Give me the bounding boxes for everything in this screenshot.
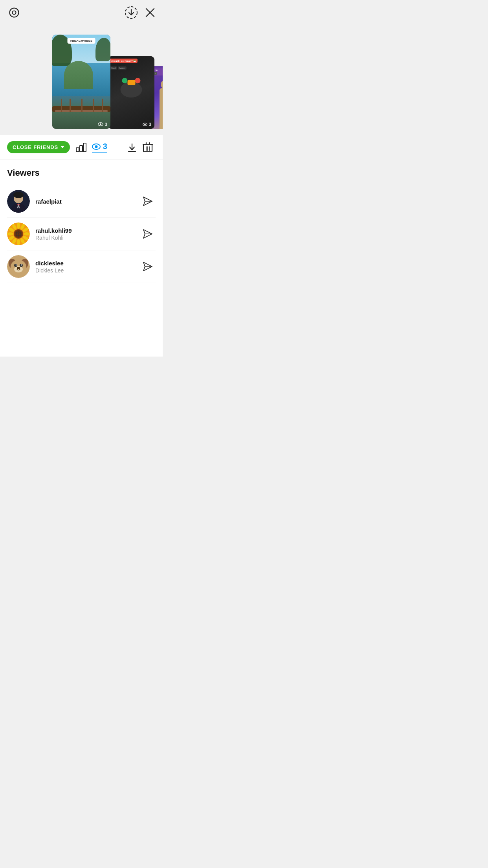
- svg-point-52: [20, 232, 21, 233]
- send-message-rafaelpiat[interactable]: [140, 193, 156, 209]
- viewer-display-name: Dickles Lee: [35, 267, 140, 274]
- stories-preview: #BEACHVIBES 3 should i go vegan? 🥗: [0, 23, 163, 129]
- svg-point-56: [17, 235, 18, 236]
- story-tag-beach: #BEACHVIBES: [68, 38, 95, 44]
- top-right-controls: [124, 6, 156, 20]
- svg-point-69: [21, 265, 22, 266]
- story-card-food[interactable]: should i go vegan? 🥗 #food #vegan 3: [108, 56, 154, 129]
- svg-point-16: [95, 145, 97, 148]
- view-count-tab[interactable]: 3: [92, 142, 107, 153]
- svg-point-39: [24, 232, 30, 235]
- toolbar: CLOSE FRIENDS 3: [0, 135, 163, 160]
- viewer-info-rahulkohli: rahul.kohli99 Rahul Kohli: [35, 227, 140, 241]
- close-friends-button[interactable]: CLOSE FRIENDS: [7, 141, 70, 153]
- svg-point-30: [13, 192, 24, 198]
- delete-button[interactable]: [140, 140, 156, 155]
- viewer-item: rahul.kohli99 Rahul Kohli: [7, 218, 156, 250]
- svg-point-68: [16, 265, 17, 266]
- close-button[interactable]: [145, 7, 156, 18]
- svg-point-50: [17, 232, 18, 233]
- main-content: Viewers: [0, 160, 163, 357]
- viewer-item: dickleslee Dickles Lee: [7, 250, 156, 283]
- svg-point-7: [100, 123, 101, 125]
- svg-point-58: [20, 235, 21, 236]
- svg-rect-13: [80, 145, 83, 152]
- svg-point-42: [17, 239, 20, 245]
- viewer-info-dickleslee: dickleslee Dickles Lee: [35, 260, 140, 274]
- svg-point-51: [18, 232, 19, 233]
- top-bar: [0, 0, 163, 23]
- avatar-rahulkohli: [7, 223, 30, 245]
- svg-point-36: [17, 223, 20, 229]
- svg-rect-14: [83, 143, 86, 152]
- viewers-section: Viewers: [0, 160, 163, 283]
- viewer-display-name: Rahul Kohli: [35, 235, 140, 241]
- svg-point-70: [17, 267, 20, 269]
- avatar-dickleslee: [7, 255, 30, 278]
- send-message-rahulkohli[interactable]: [140, 226, 156, 242]
- svg-point-54: [18, 234, 19, 235]
- svg-point-45: [7, 232, 13, 235]
- viewer-item: rafaelpiat: [7, 185, 156, 218]
- svg-rect-12: [76, 148, 79, 152]
- viewer-username: dickleslee: [35, 260, 140, 267]
- svg-point-53: [16, 234, 17, 235]
- svg-point-57: [18, 235, 19, 237]
- close-friends-label: CLOSE FRIENDS: [13, 144, 58, 150]
- send-message-dickleslee[interactable]: [140, 259, 156, 274]
- download-circle-button[interactable]: [124, 6, 138, 20]
- viewer-username: rahul.kohli99: [35, 227, 140, 234]
- svg-point-55: [20, 234, 21, 235]
- viewer-info-rafaelpiat: rafaelpiat: [35, 198, 140, 205]
- avatar-rafaelpiat: [7, 190, 30, 213]
- svg-point-0: [10, 8, 19, 17]
- story-view-count-main: 3: [98, 122, 107, 127]
- viewers-title: Viewers: [7, 168, 156, 178]
- pointer-indicator: [0, 129, 163, 135]
- stats-button[interactable]: [75, 142, 86, 153]
- download-button[interactable]: [124, 140, 140, 155]
- chevron-down-icon: [61, 146, 64, 149]
- story-card-main[interactable]: #BEACHVIBES 3: [52, 35, 110, 129]
- story-tag-food: should i go vegan? 🥗: [110, 59, 138, 63]
- svg-point-1: [13, 11, 16, 15]
- view-count-number: 3: [103, 142, 107, 151]
- gear-button[interactable]: [7, 6, 21, 20]
- svg-point-9: [144, 123, 146, 125]
- story-view-count-food: 3: [143, 122, 151, 127]
- viewer-username: rafaelpiat: [35, 198, 140, 205]
